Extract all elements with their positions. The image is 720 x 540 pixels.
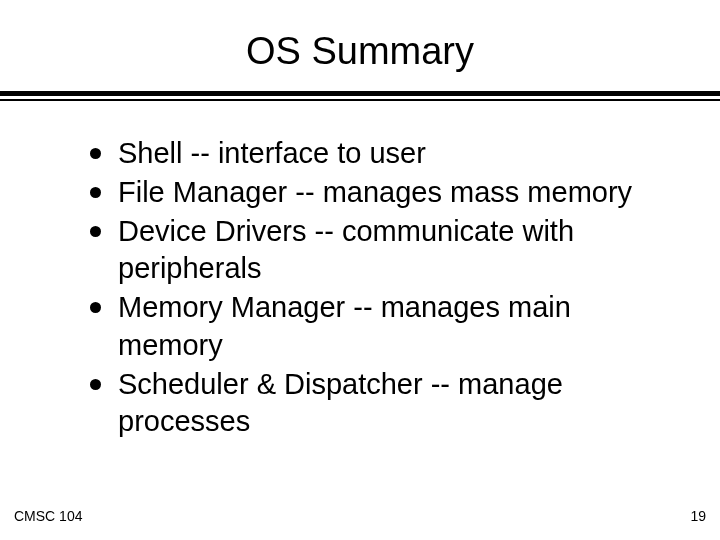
list-item: Scheduler & Dispatcher -- manage process…	[90, 366, 660, 440]
slide-title: OS Summary	[0, 0, 720, 91]
list-item: Memory Manager -- manages main memory	[90, 289, 660, 363]
bullet-icon	[90, 379, 101, 390]
slide-body: Shell -- interface to user File Manager …	[0, 101, 720, 440]
title-rule-thick	[0, 91, 720, 96]
bullet-icon	[90, 226, 101, 237]
slide: OS Summary Shell -- interface to user Fi…	[0, 0, 720, 540]
bullet-list: Shell -- interface to user File Manager …	[90, 135, 660, 440]
list-item: File Manager -- manages mass memory	[90, 174, 660, 211]
list-item: Device Drivers -- communicate with perip…	[90, 213, 660, 287]
bullet-icon	[90, 187, 101, 198]
footer-page-number: 19	[690, 508, 706, 524]
bullet-icon	[90, 302, 101, 313]
bullet-text: Shell -- interface to user	[118, 137, 426, 169]
bullet-text: File Manager -- manages mass memory	[118, 176, 632, 208]
bullet-text: Memory Manager -- manages main memory	[118, 291, 571, 360]
list-item: Shell -- interface to user	[90, 135, 660, 172]
footer-course: CMSC 104	[14, 508, 82, 524]
bullet-icon	[90, 148, 101, 159]
bullet-text: Scheduler & Dispatcher -- manage process…	[118, 368, 563, 437]
bullet-text: Device Drivers -- communicate with perip…	[118, 215, 574, 284]
